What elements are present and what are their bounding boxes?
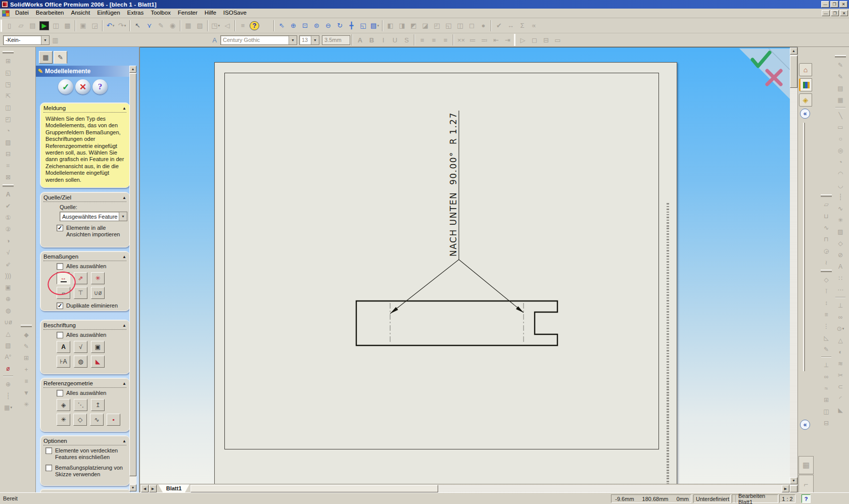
selection-filter-icon[interactable]: ⋎	[144, 20, 155, 31]
v-scrollbar[interactable]: ▲ ▼	[790, 47, 797, 492]
hatch-icon[interactable]: ▨	[835, 226, 846, 237]
sketch-icon[interactable]: ✎	[835, 60, 846, 70]
undo-icon-dropdown[interactable]: ▾	[113, 24, 115, 27]
display-relations-icon[interactable]: ⊙▾	[835, 323, 846, 334]
remove-from-block-icon[interactable]: ≡	[21, 376, 32, 386]
layer-dropdown-icon[interactable]: ▼	[41, 36, 49, 44]
h-scrollbar-track[interactable]	[438, 485, 782, 492]
sketch-pattern-icon[interactable]: ∷	[835, 273, 846, 283]
alternate-position-view-icon[interactable]: ⊠	[3, 172, 14, 182]
vertical-dimension-icon[interactable]: ↕	[821, 297, 832, 308]
sheet-prev-icon[interactable]: ◀	[141, 485, 149, 492]
rectangle-icon[interactable]: ▭	[835, 122, 846, 132]
panel-scrollbar[interactable]: ▲ ▼	[129, 66, 136, 491]
sheet-format-icon[interactable]: ▤	[835, 83, 846, 93]
revision-symbol-icon[interactable]: △	[3, 328, 14, 339]
revolve-icon[interactable]: ⊔	[821, 211, 832, 221]
font-size-dropdown-icon[interactable]: ▼	[311, 36, 319, 44]
add-relation-icon[interactable]: ⊥	[821, 360, 832, 370]
menu-isosave[interactable]: ISOSave	[220, 9, 250, 18]
child-restore-button[interactable]: ❐	[831, 10, 839, 16]
crop-view-icon[interactable]: ⌗	[3, 160, 14, 171]
zoom-in-out-icon[interactable]: ⊜	[311, 20, 322, 31]
fully-define-sketch-icon[interactable]: ⊞	[821, 394, 832, 405]
mass-properties-icon[interactable]: ∝	[528, 20, 540, 31]
balloon-icon[interactable]: ①	[3, 212, 14, 223]
point-icon[interactable]: ✳	[835, 215, 846, 225]
dims-select-all-checkbox[interactable]	[57, 263, 63, 270]
boss-extrude-icon[interactable]: ▱	[821, 199, 832, 210]
offset-entities-icon[interactable]: ≋	[835, 358, 846, 369]
surface-finish-icon[interactable]: √	[74, 341, 87, 353]
undo-icon[interactable]: ↶▾	[105, 20, 116, 31]
chamfer-dimension-icon[interactable]: ◺	[821, 332, 832, 343]
part-outline[interactable]	[356, 301, 557, 345]
sketch-chamfer-icon[interactable]: ◣	[835, 405, 846, 415]
sheet-next-icon[interactable]: ▶	[149, 485, 157, 492]
help-icon[interactable]: ?	[250, 21, 259, 30]
outdent-icon[interactable]: ⇤	[490, 34, 502, 45]
spell-check-icon[interactable]: ✔	[3, 200, 14, 211]
collapse-icon[interactable]: ▲	[122, 381, 126, 386]
h-scrollbar-thumb[interactable]	[191, 485, 438, 492]
hidden-features-checkbox[interactable]	[45, 447, 52, 454]
collapse-task-pane-button[interactable]: «	[800, 109, 810, 119]
edit-table-icon[interactable]: ▦	[182, 20, 194, 31]
print-setup-icon[interactable]: ◫	[50, 20, 62, 31]
strike-icon[interactable]: S	[401, 34, 412, 45]
options-list-icon[interactable]: ≡	[237, 20, 249, 31]
center-mark-icon[interactable]: ⊕	[3, 379, 14, 389]
panel-tab-propertymanager[interactable]: ▦	[39, 51, 53, 64]
bend-table-button[interactable]: ⌐	[798, 475, 814, 493]
bold2-icon[interactable]: B	[366, 34, 378, 45]
edit-sheet-format-icon[interactable]: ▧	[194, 20, 206, 31]
scroll-down-icon[interactable]: ▼	[129, 484, 136, 491]
insert-block-icon[interactable]: ⊞	[21, 352, 32, 363]
spell-check-icon[interactable]: ✔	[493, 20, 505, 31]
centerpoint-arc-icon[interactable]: ◔	[835, 157, 846, 167]
relations-glasses-icon[interactable]: ∞	[835, 312, 846, 322]
font-dropdown-icon[interactable]: ▼	[289, 36, 297, 44]
close-button[interactable]: ✕	[839, 1, 847, 8]
three-point-arc-icon[interactable]: ◡	[835, 180, 846, 190]
select-icon[interactable]: ↖	[132, 20, 144, 31]
menu-toolbox[interactable]: Toolbox	[147, 9, 174, 18]
document-properties-icon[interactable]: ▩	[62, 20, 73, 31]
frame-icon[interactable]: ▭	[552, 34, 563, 45]
play-icon[interactable]: ▷	[517, 34, 529, 45]
menu-datei[interactable]: Datei	[12, 9, 32, 18]
weld-symbol-icon[interactable]: ◍	[74, 356, 87, 368]
v-scroll-up-icon[interactable]: ▲	[790, 47, 797, 55]
mirror-entities-icon[interactable]: ◐	[835, 346, 846, 357]
loft-icon[interactable]: ⊓	[821, 234, 832, 244]
child-close-button[interactable]: ✕	[840, 10, 848, 16]
sketch-tool-icon[interactable]: ⇖	[276, 20, 288, 31]
break-view-icon[interactable]: ⊟	[3, 148, 14, 159]
italic-icon[interactable]: I	[378, 34, 389, 45]
stop-icon[interactable]: ◻	[529, 34, 540, 45]
sketch-placement-checkbox[interactable]	[45, 465, 52, 471]
import-all-views-checkbox[interactable]: ✓	[57, 225, 63, 231]
tangent-arc-icon[interactable]: ◠	[835, 168, 846, 179]
explode-block-icon[interactable]: ✳	[21, 399, 32, 410]
instance-count-icon[interactable]: ✳	[91, 272, 105, 284]
menu-bearbeiten[interactable]: Bearbeiten	[32, 9, 68, 18]
status-help-button[interactable]: ?	[801, 494, 811, 503]
hole-wizard-profile-icon[interactable]: ⌐	[57, 287, 70, 299]
number-list-icon[interactable]: ≕	[479, 34, 490, 45]
block-note-icon[interactable]: A°	[3, 351, 14, 362]
run-macro-icon[interactable]: ▶	[39, 21, 49, 30]
multi-jog-leader-icon[interactable]: ⇙	[3, 259, 14, 269]
rib-icon[interactable]: ≀	[821, 257, 832, 268]
redo-icon[interactable]: ↷▾	[116, 20, 128, 31]
hide-show-annotations-icon[interactable]: ◁	[221, 20, 233, 31]
area-hatch-icon[interactable]: ▧	[3, 340, 14, 350]
layer-combo[interactable]: -Kein- ▼	[3, 35, 50, 45]
trim-entities-icon[interactable]: ✂	[835, 370, 846, 380]
model-view-icon[interactable]: ◱	[3, 67, 14, 78]
projected-view-icon[interactable]: ◳	[3, 79, 14, 89]
dowel-pin-symbol-icon[interactable]: ø	[3, 363, 14, 374]
ok-button[interactable]: ✓	[58, 79, 73, 94]
collapse-rail-button[interactable]: «	[800, 420, 810, 430]
display-delete-relations-icon[interactable]: ∞	[821, 371, 832, 382]
